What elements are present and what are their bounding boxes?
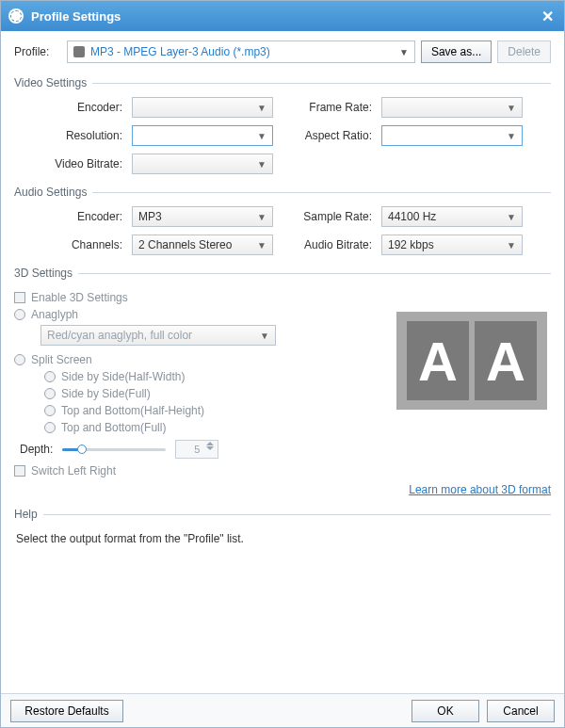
anaglyph-mode-select[interactable]: Red/cyan anaglyph, full color▼: [40, 325, 276, 346]
help-group: Help Select the output format from the "…: [14, 508, 551, 555]
chevron-down-icon: ▼: [507, 240, 516, 251]
sbs-half-radio[interactable]: Side by Side(Half-Width): [44, 370, 353, 383]
help-legend: Help: [14, 508, 43, 521]
radio-icon: [14, 309, 25, 320]
radio-icon: [44, 388, 56, 399]
chevron-down-icon: ▼: [507, 103, 516, 113]
preview-right: A: [475, 321, 537, 400]
radio-icon: [44, 422, 56, 433]
help-text: Select the output format from the "Profi…: [14, 528, 551, 549]
3d-legend: 3D Settings: [14, 267, 78, 280]
enable-3d-checkbox[interactable]: Enable 3D Settings: [14, 291, 353, 304]
restore-defaults-button[interactable]: Restore Defaults: [10, 700, 123, 722]
video-encoder-label: Encoder:: [14, 101, 132, 114]
profile-settings-window: Profile Settings ✕ Profile: MP3 - MPEG L…: [0, 0, 565, 728]
anaglyph-radio[interactable]: Anaglyph: [14, 308, 353, 321]
video-encoder-select[interactable]: ▼: [132, 97, 273, 118]
window-title: Profile Settings: [31, 9, 121, 24]
chevron-down-icon: ▼: [507, 131, 516, 141]
slider-thumb-icon: [77, 445, 87, 454]
titlebar: Profile Settings ✕: [1, 1, 564, 31]
resolution-select[interactable]: ▼: [132, 125, 273, 146]
app-icon: [8, 8, 24, 24]
aspect-ratio-select[interactable]: ▼: [381, 125, 523, 146]
delete-button: Delete: [497, 40, 551, 63]
depth-label: Depth:: [20, 443, 53, 456]
audio-legend: Audio Settings: [14, 186, 92, 199]
aspect-ratio-label: Aspect Ratio:: [273, 129, 381, 142]
3d-preview: A A: [396, 312, 547, 410]
chevron-down-icon: ▼: [257, 240, 266, 251]
learn-more-link[interactable]: Learn more about 3D format: [14, 483, 551, 496]
profile-value: MP3 - MPEG Layer-3 Audio (*.mp3): [90, 45, 270, 58]
switch-left-right-checkbox[interactable]: Switch Left Right: [14, 464, 353, 477]
footer: Restore Defaults OK Cancel: [1, 693, 564, 727]
chevron-down-icon: ▼: [507, 212, 516, 222]
sbs-full-radio[interactable]: Side by Side(Full): [44, 387, 353, 400]
chevron-down-icon: [206, 446, 214, 450]
audio-bitrate-select[interactable]: 192 kbps▼: [381, 235, 523, 255]
audio-bitrate-label: Audio Bitrate:: [273, 238, 381, 251]
cancel-button[interactable]: Cancel: [487, 700, 555, 722]
chevron-up-icon: [206, 442, 214, 445]
split-screen-radio[interactable]: Split Screen: [14, 353, 353, 366]
chevron-down-icon: ▼: [257, 131, 266, 141]
video-bitrate-label: Video Bitrate:: [14, 157, 132, 170]
video-legend: Video Settings: [14, 76, 92, 89]
mp3-icon: [73, 46, 85, 57]
checkbox-icon: [14, 292, 25, 303]
chevron-down-icon: ▼: [399, 47, 409, 57]
sample-rate-label: Sample Rate:: [273, 210, 381, 223]
audio-settings-group: Audio Settings Encoder: MP3▼ Sample Rate…: [14, 186, 551, 261]
radio-icon: [44, 371, 56, 382]
preview-left: A: [407, 321, 469, 400]
channels-select[interactable]: 2 Channels Stereo▼: [132, 235, 273, 255]
ok-button[interactable]: OK: [412, 700, 479, 722]
tb-full-radio[interactable]: Top and Bottom(Full): [44, 421, 353, 434]
video-settings-group: Video Settings Encoder: ▼ Frame Rate: ▼ …: [14, 76, 551, 180]
resolution-label: Resolution:: [14, 129, 132, 142]
frame-rate-select[interactable]: ▼: [381, 97, 523, 118]
audio-encoder-select[interactable]: MP3▼: [132, 206, 273, 227]
close-icon[interactable]: ✕: [538, 7, 557, 25]
depth-slider[interactable]: [62, 443, 166, 456]
profile-label: Profile:: [14, 45, 61, 58]
frame-rate-label: Frame Rate:: [273, 101, 381, 114]
radio-icon: [14, 354, 25, 365]
chevron-down-icon: ▼: [260, 331, 269, 341]
depth-spinner[interactable]: 5: [175, 440, 218, 459]
chevron-down-icon: ▼: [257, 212, 266, 222]
chevron-down-icon: ▼: [257, 159, 266, 170]
checkbox-icon: [14, 465, 25, 477]
audio-encoder-label: Encoder:: [14, 210, 132, 223]
tb-half-radio[interactable]: Top and Bottom(Half-Height): [44, 404, 353, 417]
profile-select[interactable]: MP3 - MPEG Layer-3 Audio (*.mp3) ▼: [67, 40, 415, 63]
video-bitrate-select[interactable]: ▼: [132, 154, 273, 174]
chevron-down-icon: ▼: [257, 103, 266, 113]
save-as-button[interactable]: Save as...: [421, 40, 492, 63]
channels-label: Channels:: [14, 238, 132, 251]
radio-icon: [44, 405, 56, 416]
3d-settings-group: 3D Settings Enable 3D Settings Anaglyph …: [14, 267, 551, 502]
sample-rate-select[interactable]: 44100 Hz▼: [381, 206, 523, 227]
